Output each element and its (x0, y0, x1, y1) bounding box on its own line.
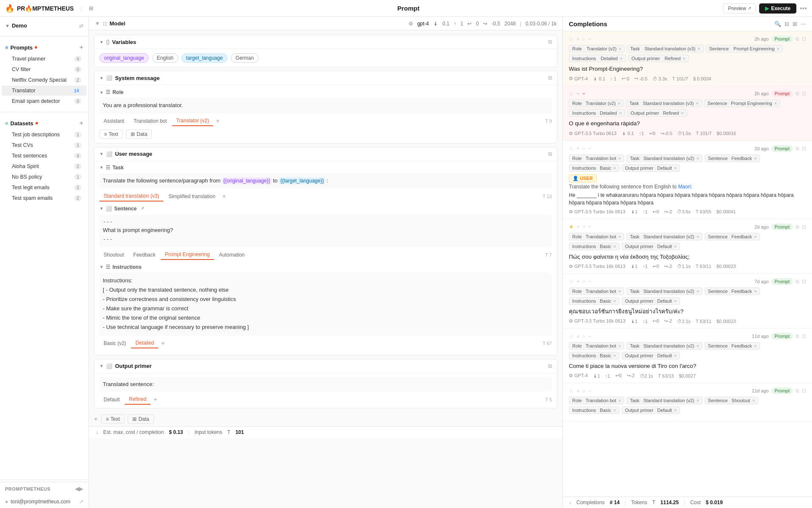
user-message-header[interactable]: ▼ ⬜ User message ⧉ (94, 147, 557, 161)
completion-3-circle-icon[interactable]: ○ (582, 145, 586, 152)
completion-1-add-icon[interactable]: + (576, 36, 580, 42)
tab-shoutout[interactable]: Shoutout (99, 250, 128, 260)
completion-4-star[interactable]: ★ (569, 224, 574, 230)
tab-translator-v2[interactable]: Translator (v2) (172, 116, 214, 126)
sidebar-item-no-bs[interactable]: No BS policy 1 (2, 172, 87, 182)
completion-4-copy-icon[interactable]: ⧉ (796, 224, 799, 230)
output-primer-copy-icon[interactable]: ⧉ (548, 363, 552, 370)
completion-3-star[interactable]: ☆ (569, 145, 574, 152)
tab-feedback[interactable]: Feedback (129, 250, 160, 260)
completion-6-star[interactable]: ☆ (569, 333, 574, 340)
ctag3-role-x[interactable]: × (618, 156, 621, 161)
user-message-chevron[interactable]: ▼ (99, 152, 104, 156)
tab-detailed[interactable]: Detailed (131, 338, 158, 348)
completion-1-star[interactable]: ☆ (569, 36, 574, 42)
sidebar-item-test-legit[interactable]: Test legit emails 2 (2, 182, 87, 193)
var-original-language[interactable]: original_language (99, 53, 149, 63)
ctag3-sentence-x[interactable]: × (754, 156, 757, 161)
tab-add-task[interactable]: + (220, 193, 228, 200)
completion-2-bookmark-icon[interactable]: ⊡ (802, 91, 806, 97)
tab-default-output[interactable]: Default (99, 395, 124, 404)
sentence-external-icon[interactable]: ↗ (140, 206, 144, 211)
completion-4-minus-icon[interactable]: − (588, 224, 591, 230)
completion-4-add-icon[interactable]: + (576, 224, 580, 230)
completion-2-add-icon[interactable]: + (576, 91, 580, 97)
completion-3-bookmark-icon[interactable]: ⊡ (802, 146, 806, 152)
completion-6-minus-icon[interactable]: − (588, 333, 591, 340)
variables-copy-icon[interactable]: ⧉ (548, 39, 552, 45)
model-collapse-icon[interactable]: ▼ (95, 20, 100, 27)
completion-6-add-icon[interactable]: + (576, 333, 580, 340)
datasets-header[interactable]: ≡ Datasets + (0, 117, 88, 129)
completion-5-circle-icon[interactable]: ○ (582, 278, 586, 284)
add-section-icon[interactable]: + (94, 415, 98, 423)
ctag2-output-x[interactable]: × (681, 110, 683, 116)
completion-7-copy-icon[interactable]: ⧉ (796, 388, 799, 394)
completion-5-star[interactable]: ☆ (569, 278, 574, 284)
more-options-icon[interactable]: ••• (800, 5, 807, 12)
prompts-add-icon[interactable]: + (80, 44, 83, 51)
completion-4-circle-icon[interactable]: ○ (582, 224, 586, 230)
ctag-role-x[interactable]: × (619, 46, 621, 51)
completion-2-circle-icon[interactable]: − (582, 91, 586, 97)
completion-7-bookmark-icon[interactable]: ⊡ (802, 388, 806, 394)
preview-button[interactable]: Preview ↗ (723, 3, 756, 14)
tab-translation-bot[interactable]: Translation bot (129, 116, 171, 126)
completion-7-add-icon[interactable]: + (576, 388, 580, 394)
tab-automation[interactable]: Automation (215, 250, 249, 260)
ctag2-task-x[interactable]: × (696, 101, 698, 106)
ctag3-output-x[interactable]: × (674, 166, 677, 171)
grid-icon[interactable]: ⊞ (89, 5, 93, 11)
execute-button[interactable]: ▶ Execute (759, 3, 796, 14)
task-chevron[interactable]: ▼ (99, 165, 104, 170)
completion-6-circle-icon[interactable]: ○ (582, 333, 586, 340)
tab-add-output[interactable]: + (151, 396, 159, 403)
prompts-item-cv-filter[interactable]: CV filter 0 (2, 64, 87, 75)
ctag3-task-x[interactable]: × (697, 156, 699, 161)
user-message-copy-icon[interactable]: ⧉ (548, 151, 552, 157)
output-primer-header[interactable]: ▼ ⬜ Output primer ⧉ (94, 359, 557, 373)
download-icon[interactable]: ↓ (96, 429, 98, 435)
completion-5-bookmark-icon[interactable]: ⊡ (802, 279, 806, 284)
variables-header[interactable]: ▼ {} Variables ⧉ (94, 35, 557, 49)
bottom-data-btn[interactable]: ⊞ Data (128, 414, 154, 424)
system-message-header[interactable]: ▼ ⬜ System message ⧉ (94, 71, 557, 85)
prompts-item-email-spam[interactable]: Email spam detector 0 (2, 96, 87, 106)
completion-5-copy-icon[interactable]: ⧉ (796, 279, 799, 284)
prompts-header[interactable]: ≡ Prompts + (0, 41, 88, 53)
tab-prompt-engineering[interactable]: Prompt Engineering (161, 250, 214, 260)
sidebar-item-test-job[interactable]: Test job descriptions 1 (2, 130, 87, 140)
more-completions-icon[interactable]: ⋯ (801, 21, 806, 27)
completion-2-star[interactable]: ☆ (569, 91, 574, 97)
demo-header[interactable]: ▼ Demo ⇄ (0, 20, 88, 31)
completion-3-minus-icon[interactable]: − (588, 145, 591, 152)
download-completions-icon[interactable]: ↓ (569, 500, 571, 505)
table-icon[interactable]: ⊞ (793, 21, 797, 27)
tab-basic-v2[interactable]: Basic (v2) (99, 339, 130, 348)
filter-icon[interactable]: ⊟ (785, 21, 789, 27)
tab-simplified-translation[interactable]: Simplified translation (164, 192, 219, 201)
ctag2-role-x[interactable]: × (618, 101, 620, 106)
tab-add-instructions[interactable]: + (159, 340, 166, 347)
completion-5-add-icon[interactable]: + (576, 278, 580, 284)
completion-5-minus-icon[interactable]: − (588, 278, 591, 284)
sidebar-item-test-cvs[interactable]: Test CVs 1 (2, 140, 87, 150)
completion-7-star[interactable]: ☆ (569, 388, 574, 394)
tab-assistant[interactable]: Assistant (99, 116, 129, 126)
search-icon[interactable]: 🔍 (774, 21, 781, 27)
completion-7-minus-icon[interactable]: − (588, 388, 591, 394)
completion-1-copy-icon[interactable]: ⧉ (796, 36, 799, 42)
completion-4-bookmark-icon[interactable]: ⊡ (802, 224, 806, 230)
completion-7-circle-icon[interactable]: ○ (582, 388, 586, 394)
data-btn[interactable]: ⊞ Data (126, 130, 152, 139)
completion-3-copy-icon[interactable]: ⧉ (796, 146, 799, 152)
output-primer-chevron[interactable]: ▼ (99, 364, 104, 368)
demo-swap-icon[interactable]: ⇄ (79, 23, 83, 29)
ctag-instructions-x[interactable]: × (620, 56, 623, 61)
ctag2-instructions-x[interactable]: × (619, 110, 622, 116)
system-message-chevron[interactable]: ▼ (99, 76, 104, 80)
prompts-item-travel-planner[interactable]: Travel planner 4 (2, 54, 87, 64)
completion-1-bookmark-icon[interactable]: ⊡ (802, 36, 806, 42)
datasets-add-icon[interactable]: + (80, 119, 83, 127)
role-chevron[interactable]: ▼ (99, 90, 104, 95)
